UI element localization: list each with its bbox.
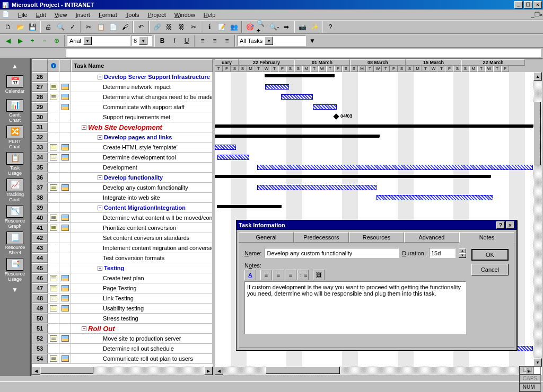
row-number[interactable]: 35 [32, 163, 48, 172]
week-header[interactable]: 22 March [461, 59, 525, 66]
day-header[interactable]: F [334, 66, 342, 72]
row-number[interactable]: 45 [32, 263, 48, 273]
day-header[interactable]: M [302, 66, 310, 72]
underline-button[interactable]: U [181, 35, 192, 47]
row-number[interactable]: 27 [32, 82, 48, 92]
mdi-restore-button[interactable]: ❐ [535, 11, 540, 18]
task-name-cell[interactable]: −Develop pages and links [71, 132, 213, 142]
row-number[interactable]: 34 [32, 153, 48, 162]
day-header[interactable]: W [485, 66, 493, 72]
task-name-cell[interactable]: −Content Migration/Integration [71, 203, 213, 212]
row-number[interactable]: 46 [32, 273, 48, 283]
day-header[interactable]: T [215, 66, 223, 72]
notes-bullets[interactable]: ⋮≡ [297, 270, 309, 280]
paste-button[interactable]: 📄 [107, 21, 119, 33]
week-header[interactable]: 15 March [406, 59, 461, 66]
indent-button[interactable]: ▶ [14, 35, 26, 47]
goto-task-button[interactable]: ➡ [281, 21, 292, 33]
gantt-vscroll[interactable]: ▲ ▼ [533, 72, 542, 367]
show-subtasks-button[interactable]: + [27, 35, 38, 47]
menu-window[interactable]: Window [170, 11, 199, 19]
task-row[interactable]: 27Determine network impact [32, 82, 213, 92]
insert-object-button[interactable]: 🖼 [313, 270, 325, 280]
day-header[interactable]: S [406, 66, 414, 72]
task-name-cell[interactable]: −Develop functionality [71, 173, 213, 182]
notes-align-left[interactable]: ≡ [260, 270, 272, 280]
task-name-cell[interactable]: Determine what content will be moved/con… [71, 213, 213, 222]
day-header[interactable]: T [255, 66, 262, 72]
day-header[interactable]: S [461, 66, 469, 72]
unlink-tasks-button[interactable]: ⛓̸ [176, 21, 187, 33]
cancel-button[interactable]: Cancel [471, 264, 509, 275]
gantt-bar[interactable] [376, 195, 493, 200]
save-button[interactable]: 💾 [27, 21, 38, 33]
week-header[interactable]: uary [215, 59, 239, 66]
task-info-button[interactable]: ℹ [204, 21, 215, 33]
day-header[interactable]: T [422, 66, 430, 72]
gantt-bar[interactable] [257, 165, 533, 170]
task-row[interactable]: 53Determine roll out schedule [32, 344, 213, 354]
task-name-cell[interactable]: −Testing [71, 263, 213, 273]
row-number[interactable]: 54 [32, 354, 48, 363]
task-name-cell[interactable]: −Roll Out [71, 324, 213, 333]
grid-hscroll[interactable]: ◀ ▶ [32, 367, 213, 375]
menu-view[interactable]: View [50, 11, 72, 19]
entry-field[interactable] [66, 49, 541, 57]
show-all-button[interactable]: ⊕ [51, 35, 63, 47]
task-name-cell[interactable]: Determine roll out schedule [71, 344, 213, 353]
spelling-button[interactable]: ✓ [67, 21, 78, 33]
view-resource-graph[interactable]: 📉ResourceGraph [2, 204, 28, 230]
task-name-cell[interactable]: Support requirements met [71, 112, 213, 122]
select-all-cell[interactable] [32, 59, 48, 72]
row-number[interactable]: 40 [32, 213, 48, 222]
task-name-cell[interactable]: Test conversion formats [71, 253, 213, 263]
task-row[interactable]: 47Page Testing [32, 283, 213, 293]
task-name-cell[interactable]: Create HTML style 'template' [71, 142, 213, 152]
task-row[interactable]: 46Create test plan [32, 273, 213, 283]
task-row[interactable]: 48Link Testing [32, 293, 213, 304]
day-header[interactable]: T [437, 66, 445, 72]
row-number[interactable]: 52 [32, 334, 48, 343]
task-row[interactable]: 36−Develop functionality [32, 173, 213, 183]
row-number[interactable]: 41 [32, 223, 48, 233]
maximize-button[interactable]: ❐ [524, 1, 532, 8]
row-number[interactable]: 29 [32, 102, 48, 112]
info-column-header[interactable]: i [48, 59, 59, 72]
day-header[interactable]: W [430, 66, 437, 72]
view-calendar[interactable]: 📅Calendar [2, 72, 28, 97]
row-number[interactable]: 53 [32, 344, 48, 353]
taskname-column-header[interactable]: Task Name [71, 59, 213, 72]
task-row[interactable]: 44Test conversion formats [32, 253, 213, 263]
gantt-bar[interactable] [313, 104, 337, 110]
row-number[interactable]: 30 [32, 112, 48, 122]
day-header[interactable]: T [382, 66, 390, 72]
day-header[interactable]: W [374, 66, 382, 72]
week-header[interactable]: 08 March [350, 59, 406, 66]
zoom-in-button[interactable]: 🔍+ [256, 21, 268, 33]
print-preview-button[interactable]: 🔍 [55, 21, 66, 33]
autofilter-button[interactable]: ▼ [306, 35, 318, 47]
task-row[interactable]: 38Integrate into web site [32, 193, 213, 203]
row-number[interactable]: 37 [32, 183, 48, 192]
task-row[interactable]: 32−Develop pages and links [32, 132, 213, 142]
outdent-button[interactable]: ◀ [2, 35, 14, 47]
menu-edit[interactable]: Edit [32, 11, 50, 19]
task-name-cell[interactable]: −Web Site Development [71, 122, 213, 132]
gantt-bar[interactable] [281, 94, 313, 100]
task-notes-button[interactable]: 📝 [216, 21, 227, 33]
format-painter-button[interactable]: 🖌 [119, 21, 131, 33]
gantt-bar[interactable] [257, 185, 376, 190]
gantt-summary[interactable] [215, 175, 491, 178]
task-name-cell[interactable]: Develop any custom functionality [71, 183, 213, 192]
align-center-button[interactable]: ≡ [209, 35, 221, 47]
notes-align-right[interactable]: ≡ [285, 270, 296, 280]
task-name-cell[interactable]: Integrate into web site [71, 193, 213, 202]
row-number[interactable]: 51 [32, 324, 48, 333]
task-row[interactable]: 35Development [32, 163, 213, 173]
filter-combo[interactable]: All Tasks▼ [237, 35, 306, 46]
gantt-summary[interactable] [215, 135, 379, 138]
mdi-close-button[interactable]: × [540, 12, 543, 18]
task-row[interactable]: 49Usability testing [32, 304, 213, 314]
row-number[interactable]: 32 [32, 132, 48, 142]
menu-tools[interactable]: Tools [121, 11, 144, 19]
